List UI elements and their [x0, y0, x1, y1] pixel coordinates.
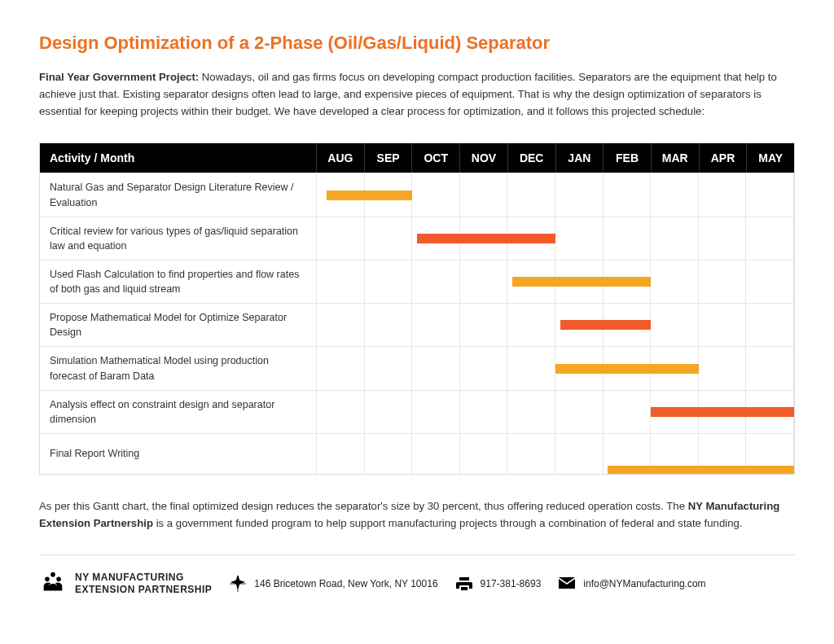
intro-paragraph: Final Year Government Project: Nowadays,…	[39, 68, 795, 120]
gantt-month-cell	[699, 217, 747, 260]
compass-icon	[228, 574, 248, 594]
gantt-bar-area	[317, 347, 794, 389]
gantt-month-cell	[460, 304, 508, 346]
gantt-month-cell	[365, 304, 413, 346]
gantt-header-month: SEP	[365, 143, 413, 173]
gantt-row: Final Report Writing	[40, 433, 794, 474]
gantt-activity-label: Used Flash Calculation to find propertie…	[40, 261, 317, 303]
gantt-bar	[555, 364, 699, 374]
footer-org-line2: EXTENSION PARTNERSHIP	[75, 584, 212, 596]
gantt-bar-area	[317, 304, 794, 346]
gantt-bar	[512, 277, 651, 287]
gantt-bar-area	[317, 434, 794, 474]
footer-org-name: NY MANUFACTURING EXTENSION PARTNERSHIP	[75, 572, 212, 596]
gantt-header-month: APR	[700, 143, 748, 173]
outro-paragraph: As per this Gantt chart, the final optim…	[39, 497, 795, 532]
gantt-activity-label: Propose Mathematical Model for Optimize …	[40, 304, 317, 346]
gantt-month-cell	[412, 304, 460, 346]
gantt-month-cell	[604, 391, 652, 433]
gantt-header-month: OCT	[412, 143, 460, 173]
fax-icon	[454, 574, 474, 594]
footer-address: 146 Bricetown Road, New York, NY 10016	[228, 574, 437, 594]
gantt-bar-area	[317, 173, 794, 216]
gantt-month-cell	[507, 347, 555, 389]
footer-email: info@NYManufacturing.com	[557, 574, 705, 594]
gantt-month-cell	[555, 391, 604, 433]
gantt-month-cell	[412, 347, 460, 389]
footer-email-text: info@NYManufacturing.com	[583, 578, 705, 589]
gantt-month-cell	[699, 173, 747, 216]
gantt-header-month: AUG	[317, 143, 365, 173]
gantt-month-cell	[507, 391, 555, 433]
gantt-bar	[560, 320, 651, 330]
gantt-month-cell	[651, 217, 699, 260]
footer-phone-text: 917-381-8693	[481, 578, 542, 589]
footer-divider	[39, 554, 795, 555]
gantt-month-cell	[317, 347, 365, 389]
gantt-bar	[327, 191, 412, 200]
gantt-month-cell	[412, 173, 460, 216]
gantt-chart: Activity / Month AUGSEPOCTNOVDECJANFEBMA…	[39, 142, 795, 475]
footer-address-text: 146 Bricetown Road, New York, NY 10016	[254, 578, 437, 589]
gantt-row: Used Flash Calculation to find propertie…	[40, 260, 794, 303]
gantt-month-cell	[507, 304, 555, 346]
gantt-bar-area	[317, 261, 794, 303]
gantt-row: Natural Gas and Separator Design Literat…	[40, 173, 794, 216]
gantt-month-cell	[412, 434, 460, 474]
gantt-month-cell	[651, 304, 699, 346]
gantt-month-cell	[746, 173, 794, 216]
gantt-header-month: JAN	[556, 143, 604, 173]
gantt-month-cell	[317, 391, 365, 433]
gantt-header-month: FEB	[604, 143, 652, 173]
gantt-month-cell	[365, 217, 413, 260]
gantt-month-cell	[555, 217, 604, 260]
gantt-header-activity: Activity / Month	[40, 143, 317, 173]
gantt-month-cell	[507, 434, 555, 474]
gantt-header-row: Activity / Month AUGSEPOCTNOVDECJANFEBMA…	[40, 143, 794, 173]
gantt-month-cell	[555, 434, 604, 474]
gantt-row: Simulation Mathematical Model using prod…	[40, 346, 794, 389]
gantt-month-cell	[746, 347, 794, 389]
gantt-header-month: NOV	[460, 143, 508, 173]
gantt-bar	[608, 466, 794, 474]
gantt-month-cell	[460, 173, 508, 216]
outro-pre: As per this Gantt chart, the final optim…	[39, 500, 688, 512]
gantt-month-cell	[651, 173, 699, 216]
gantt-month-cell	[699, 347, 747, 389]
gantt-month-cell	[604, 173, 652, 216]
gantt-month-cell	[317, 304, 365, 346]
gantt-header-month: DEC	[508, 143, 556, 173]
gantt-month-cell	[365, 347, 413, 389]
gantt-month-cell	[746, 261, 794, 303]
envelope-icon	[557, 574, 577, 594]
footer-org: NY MANUFACTURING EXTENSION PARTNERSHIP	[39, 570, 212, 598]
gantt-activity-label: Natural Gas and Separator Design Literat…	[40, 173, 317, 216]
gantt-month-cell	[317, 261, 365, 303]
gantt-month-cell	[412, 391, 460, 433]
footer-phone: 917-381-8693	[454, 574, 542, 594]
gantt-bar-area	[317, 217, 794, 260]
gantt-month-cell	[651, 261, 699, 303]
gantt-row: Critical review for various types of gas…	[40, 217, 794, 260]
gantt-month-cell	[365, 434, 413, 474]
gantt-month-cell	[460, 434, 508, 474]
gantt-month-cell	[317, 434, 365, 474]
footer-org-line1: NY MANUFACTURING	[75, 572, 212, 584]
gantt-header-month: MAR	[652, 143, 700, 173]
gantt-activity-label: Analysis effect on constraint design and…	[40, 391, 317, 433]
people-icon	[39, 570, 67, 598]
gantt-month-cell	[460, 261, 508, 303]
outro-post: is a government funded program to help s…	[153, 517, 743, 529]
gantt-month-cell	[507, 173, 555, 216]
gantt-bar-area	[317, 391, 794, 433]
gantt-row: Propose Mathematical Model for Optimize …	[40, 303, 794, 346]
gantt-bar	[651, 407, 794, 417]
gantt-header-month: MAY	[747, 143, 794, 173]
gantt-activity-label: Critical review for various types of gas…	[40, 217, 317, 260]
gantt-activity-label: Final Report Writing	[40, 434, 317, 474]
gantt-month-cell	[460, 347, 508, 389]
footer: NY MANUFACTURING EXTENSION PARTNERSHIP 1…	[39, 570, 795, 598]
gantt-month-cell	[460, 391, 508, 433]
gantt-month-cell	[412, 261, 460, 303]
gantt-month-cell	[365, 391, 413, 433]
